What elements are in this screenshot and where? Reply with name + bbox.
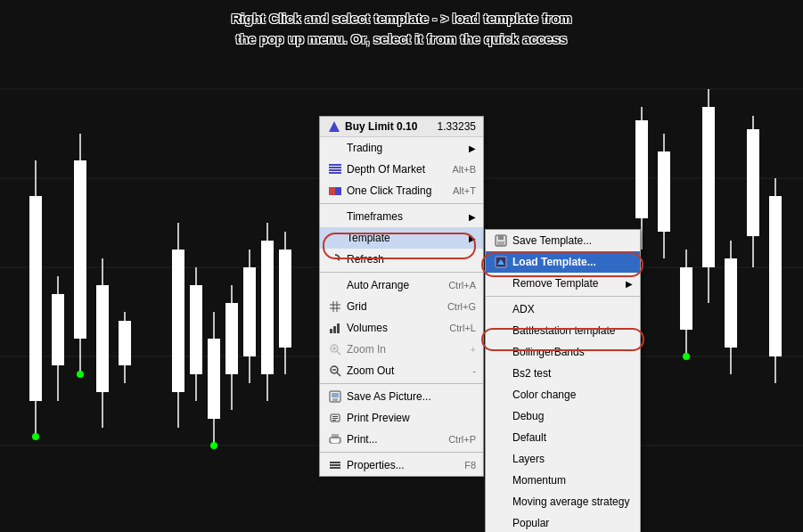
menu-item-trading[interactable]: Trading ▶ <box>320 137 483 159</box>
template-icon <box>327 230 343 246</box>
svg-rect-7 <box>29 196 42 401</box>
svg-rect-86 <box>332 439 339 443</box>
svg-marker-55 <box>329 121 340 132</box>
submenu-debug[interactable]: Debug <box>486 405 640 427</box>
depth-label: Depth Of Market <box>347 163 447 176</box>
menu-item-refresh[interactable]: Refresh <box>320 249 483 270</box>
divider-4 <box>320 452 483 453</box>
save-template-label: Save Template... <box>512 234 592 247</box>
menu-item-print-preview[interactable]: Print Preview <box>320 407 483 429</box>
submenu-popular[interactable]: Popular <box>486 512 640 532</box>
buy-limit-label: Buy Limit 0.10 <box>345 120 434 133</box>
submenu-save-template[interactable]: Save Template... <box>486 230 640 251</box>
submenu-adx[interactable]: ADX <box>486 299 640 320</box>
svg-rect-21 <box>190 285 202 374</box>
submenu-default[interactable]: Default <box>486 427 640 448</box>
menu-item-auto-arrange[interactable]: Auto Arrange Ctrl+A <box>320 274 483 296</box>
menu-item-volumes[interactable]: Volumes Ctrl+L <box>320 317 483 339</box>
submenu-bollinger[interactable]: BollingerBands <box>486 341 640 363</box>
svg-rect-59 <box>329 172 341 174</box>
submenu-layers[interactable]: Layers <box>486 448 640 470</box>
momentum-icon <box>493 472 509 488</box>
svg-rect-83 <box>332 420 336 421</box>
menu-item-save-as-picture[interactable]: Save As Picture... <box>320 386 483 407</box>
svg-rect-34 <box>635 120 648 218</box>
submenu-battlestation[interactable]: Battlestation template <box>486 320 640 341</box>
menu-item-one-click-trading[interactable]: One Click Trading Alt+T <box>320 180 483 201</box>
buy-limit-icon <box>327 119 341 134</box>
auto-arrange-icon <box>327 277 343 293</box>
svg-rect-78 <box>332 393 339 397</box>
svg-point-39 <box>683 353 690 360</box>
svg-rect-88 <box>330 464 340 466</box>
svg-rect-84 <box>332 434 339 438</box>
popular-icon <box>493 515 509 531</box>
menu-item-zoom-in[interactable]: Zoom In + <box>320 339 483 360</box>
menu-item-zoom-out[interactable]: Zoom Out - <box>320 360 483 381</box>
context-menu: Buy Limit 0.10 1.33235 Trading ▶ Depth O… <box>319 116 484 477</box>
volumes-icon <box>327 320 343 336</box>
submenu-load-template[interactable]: Load Template... <box>486 251 640 273</box>
menu-item-grid[interactable]: Grid Ctrl+G <box>320 296 483 317</box>
svg-rect-28 <box>243 267 256 356</box>
svg-rect-19 <box>172 250 184 392</box>
menu-item-timeframes[interactable]: Timeframes ▶ <box>320 206 483 227</box>
divider-3 <box>320 383 483 384</box>
buy-limit-price: 1.33235 <box>438 120 476 133</box>
menu-item-properties[interactable]: Properties... F8 <box>320 454 483 476</box>
svg-rect-91 <box>498 235 504 240</box>
svg-rect-23 <box>208 339 220 419</box>
trading-icon <box>327 140 343 156</box>
svg-rect-82 <box>332 418 338 419</box>
svg-rect-60 <box>329 187 335 195</box>
submenu-momentum[interactable]: Momentum <box>486 470 640 491</box>
svg-rect-38 <box>680 267 692 330</box>
svg-rect-36 <box>658 151 670 232</box>
timeframes-icon <box>327 209 343 225</box>
svg-rect-58 <box>329 169 341 171</box>
zoom-in-icon <box>327 341 343 357</box>
submenu-remove-template[interactable]: Remove Template ▶ <box>486 273 640 294</box>
divider-2 <box>320 272 483 273</box>
menu-item-template[interactable]: Template ▶ <box>320 227 483 249</box>
svg-rect-9 <box>52 294 64 365</box>
color-change-icon <box>493 387 509 403</box>
adx-icon <box>493 301 509 317</box>
bollinger-icon <box>493 344 509 360</box>
grid-icon <box>327 299 343 315</box>
print-icon <box>327 431 343 447</box>
grid-label: Grid <box>347 300 442 313</box>
depth-of-market-icon <box>327 161 343 177</box>
svg-marker-62 <box>337 258 340 261</box>
svg-rect-67 <box>330 329 332 333</box>
svg-rect-30 <box>261 241 274 374</box>
submenu-bs2test[interactable]: Bs2 test <box>486 363 640 384</box>
svg-rect-92 <box>497 241 504 245</box>
svg-rect-41 <box>702 107 715 267</box>
properties-shortcut: F8 <box>464 460 476 471</box>
default-label: Default <box>512 431 546 444</box>
svg-rect-79 <box>332 398 338 401</box>
battlestation-label: Battlestation template <box>512 324 615 337</box>
submenu-moving-avg[interactable]: Moving average strategy <box>486 491 640 512</box>
battlestation-icon <box>493 323 509 339</box>
svg-line-71 <box>337 351 340 355</box>
timeframes-arrow: ▶ <box>469 212 476 222</box>
refresh-label: Refresh <box>347 253 476 266</box>
submenu-color-change[interactable]: Color change <box>486 384 640 405</box>
svg-rect-32 <box>279 250 291 348</box>
svg-rect-56 <box>329 164 341 166</box>
color-change-label: Color change <box>512 389 576 401</box>
template-submenu: Save Template... Load Template... Remove… <box>485 229 641 532</box>
zoom-out-icon <box>327 363 343 379</box>
save-picture-icon <box>327 389 343 405</box>
menu-item-print[interactable]: Print... Ctrl+P <box>320 429 483 450</box>
instruction-line1: Right Click and select template - > load… <box>0 9 803 29</box>
menu-item-depth-of-market[interactable]: Depth Of Market Alt+B <box>320 159 483 180</box>
remove-template-arrow: ▶ <box>626 279 633 289</box>
svg-rect-81 <box>332 416 338 417</box>
debug-icon <box>493 408 509 424</box>
default-icon <box>493 430 509 446</box>
volumes-shortcut: Ctrl+L <box>449 323 476 333</box>
svg-rect-45 <box>747 129 759 236</box>
